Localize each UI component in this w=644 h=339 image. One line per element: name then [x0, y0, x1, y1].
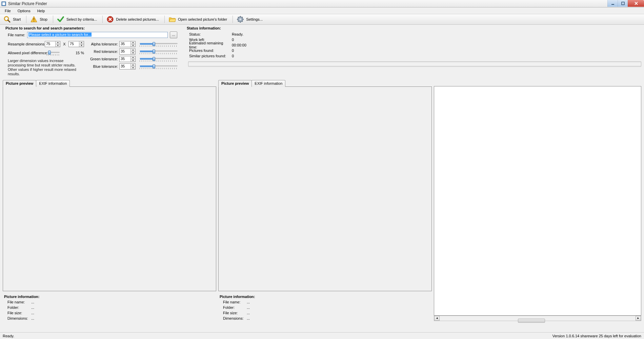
eta-v: 00:00:00 [232, 43, 246, 47]
scroll-left-button[interactable]: ◄ [434, 316, 440, 321]
minimize-button[interactable] [607, 0, 618, 7]
red-input[interactable]: 35▲▼ [119, 48, 136, 55]
folder-icon [168, 16, 176, 23]
tab-preview-mid[interactable]: Picture preview [218, 80, 252, 87]
filename-input[interactable]: Please select a picture to search for... [27, 32, 168, 38]
menu-file[interactable]: File [2, 8, 14, 14]
stop-button[interactable]: Stop [28, 14, 51, 24]
titlebar: Similar Picture Finder [0, 0, 644, 7]
search-params-panel: Picture to search for and search paramet… [3, 25, 177, 76]
pixel-diff-slider[interactable] [47, 50, 60, 56]
svg-line-17 [238, 21, 239, 22]
alpha-label: Alpha tolerance: [89, 42, 118, 46]
svg-rect-6 [34, 18, 34, 20]
scroll-thumb[interactable] [518, 319, 545, 323]
svg-rect-2 [611, 4, 614, 5]
close-button[interactable] [628, 0, 644, 7]
picinfo-left: Picture information: File name:... Folde… [3, 294, 216, 321]
version-text: Version 1.0.6.14 shareware 25 days left … [552, 334, 641, 338]
green-slider[interactable] [140, 56, 178, 62]
picinfo-mid: Picture information: File name:... Folde… [218, 294, 432, 321]
filename-label: File name: [8, 33, 25, 37]
work-v: 0 [232, 38, 234, 42]
svg-rect-7 [34, 21, 34, 21]
menu-help[interactable]: Help [35, 8, 48, 14]
delete-icon [106, 16, 114, 23]
tab-exif-mid[interactable]: EXIF information [251, 80, 285, 87]
status-title: Status information: [187, 26, 641, 30]
status-panel: Status information: Status:Ready. Work l… [184, 25, 641, 76]
alpha-input[interactable]: 35▲▼ [119, 41, 136, 47]
window-title: Similar Picture Finder [8, 1, 47, 6]
eta-l: Estimated remaining time: [189, 41, 232, 49]
svg-point-5 [5, 17, 8, 20]
content: Picture to search for and search paramet… [0, 25, 644, 332]
gear-icon [237, 16, 244, 23]
progress-bar [188, 61, 641, 67]
maximize-button[interactable] [618, 0, 628, 7]
menubar: File Options Help [0, 7, 644, 14]
red-label: Red tolerance: [89, 49, 118, 54]
settings-button[interactable]: Settings... [235, 14, 266, 24]
params-title: Picture to search for and search paramet… [5, 26, 177, 30]
separator [233, 16, 233, 23]
menu-options[interactable]: Options [15, 8, 33, 14]
pixel-diff-label: Allowed pixel difference: [8, 51, 43, 55]
settings-label: Settings... [246, 17, 263, 21]
svg-line-15 [238, 17, 239, 18]
scroll-right-button[interactable]: ► [636, 316, 641, 321]
results-list[interactable] [434, 86, 641, 316]
app-icon [1, 1, 6, 6]
alpha-slider[interactable] [140, 41, 178, 47]
svg-line-16 [242, 21, 243, 22]
similar-v: 0 [232, 54, 234, 58]
right-panel: ◄ ► [434, 80, 641, 321]
open-folder-label: Open selected picture's folder [178, 17, 227, 21]
stop-label: Stop [40, 17, 47, 21]
similar-l: Similar pictures found: [189, 54, 232, 58]
tab-exif-left[interactable]: EXIF information [36, 80, 70, 87]
status-l: Status: [189, 32, 232, 36]
delete-button[interactable]: Delete selected pictures... [104, 14, 163, 24]
left-panel: Picture preview EXIF information Picture… [3, 80, 216, 321]
mid-panel: Picture preview EXIF information Picture… [218, 80, 432, 321]
status-v: Ready. [232, 32, 243, 36]
pixel-diff-value: 15 % [76, 51, 84, 55]
preview-mid [218, 86, 432, 291]
search-icon [3, 16, 11, 23]
browse-button[interactable]: ... [170, 32, 177, 38]
start-button[interactable]: Start [1, 14, 24, 24]
start-label: Start [13, 17, 21, 21]
blue-input[interactable]: 35▲▼ [119, 63, 136, 69]
select-criteria-button[interactable]: Select by criteria... [55, 14, 101, 24]
svg-line-18 [242, 17, 243, 18]
x-label: X [63, 42, 65, 46]
params-hint: Larger dimension values increase process… [8, 59, 82, 76]
separator [164, 16, 165, 23]
statusbar: Ready. Version 1.0.6.14 shareware 25 day… [0, 332, 644, 339]
horizontal-scrollbar[interactable]: ◄ ► [434, 316, 641, 321]
check-icon [57, 16, 64, 23]
preview-left [3, 86, 216, 291]
resample-width-input[interactable]: 75▲▼ [45, 41, 60, 47]
toolbar: Start Stop Select by criteria... Delete … [0, 14, 644, 25]
found-v: 0 [232, 48, 234, 53]
open-folder-button[interactable]: Open selected picture's folder [166, 14, 231, 24]
found-l: Pictures found: [189, 48, 232, 53]
svg-rect-3 [622, 2, 624, 5]
blue-slider[interactable] [140, 64, 178, 69]
svg-point-10 [239, 18, 241, 20]
green-input[interactable]: 35▲▼ [119, 56, 136, 62]
separator [102, 16, 103, 23]
window-controls [607, 0, 644, 7]
red-slider[interactable] [140, 49, 178, 54]
tab-preview-left[interactable]: Picture preview [3, 80, 36, 87]
warning-icon [30, 16, 38, 23]
separator [26, 16, 26, 23]
resample-height-input[interactable]: 75▲▼ [68, 41, 84, 47]
separator [53, 16, 53, 23]
status-text: Ready. [3, 334, 14, 338]
blue-label: Blue tolerance: [89, 64, 118, 68]
svg-rect-1 [2, 2, 5, 5]
delete-label: Delete selected pictures... [116, 17, 159, 21]
